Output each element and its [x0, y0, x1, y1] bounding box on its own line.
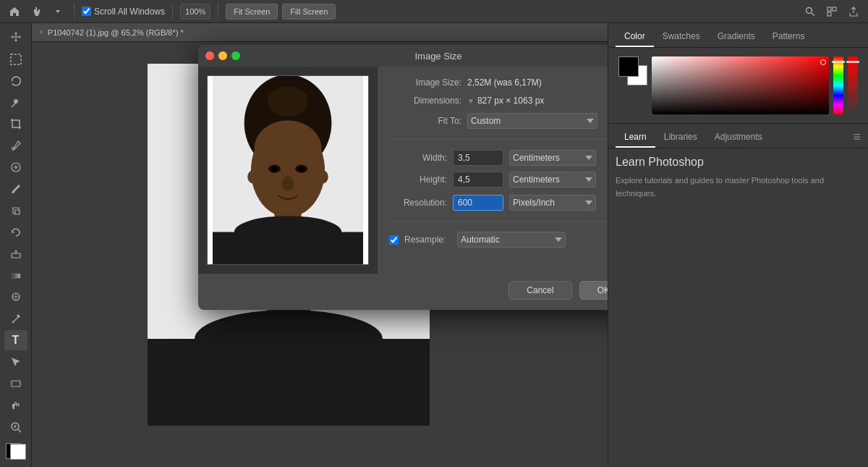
resolution-input[interactable] [453, 195, 503, 211]
svg-point-34 [268, 87, 308, 117]
learn-description: Explore tutorials and guides to master P… [616, 174, 861, 200]
share-icon[interactable] [845, 3, 862, 20]
foreground-color[interactable] [3, 440, 29, 463]
gradient-tool[interactable] [4, 266, 27, 286]
zoom-tool[interactable] [4, 417, 27, 437]
svg-point-43 [234, 216, 342, 248]
move-tool[interactable] [4, 28, 27, 48]
fg-bg-swatches[interactable] [618, 56, 647, 85]
canvas-tab: × P1040742 (1).jpg @ 65,2% (RGB/8*) * [32, 23, 608, 42]
clone-tool[interactable] [4, 201, 27, 221]
tool-options-chevron[interactable] [49, 3, 67, 20]
tab-patterns[interactable]: Patterns [764, 27, 814, 47]
svg-point-35 [255, 120, 322, 177]
hand-tool-icon[interactable] [27, 3, 45, 20]
search-icon[interactable] [801, 3, 819, 20]
magic-wand-tool[interactable] [4, 93, 27, 113]
fit-to-select[interactable]: CustomOriginal SizeA4 (300 ppi)Letter (3… [467, 113, 597, 129]
panel-menu-icon[interactable]: ≡ [853, 130, 861, 148]
width-label: Width: [389, 153, 447, 163]
type-tool[interactable]: T [4, 330, 27, 350]
height-unit-select[interactable]: Centimeters Pixels Inches [509, 172, 596, 188]
tab-color[interactable]: Color [616, 27, 654, 47]
fit-to-row: Fit To: CustomOriginal SizeA4 (300 ppi)L… [389, 113, 608, 129]
svg-point-40 [282, 176, 294, 190]
svg-rect-4 [827, 12, 831, 16]
main-toolbar: Scroll All Windows 100% Fit Screen Fill … [0, 0, 868, 23]
cancel-button[interactable]: Cancel [509, 281, 571, 300]
color-alpha-slider[interactable] [848, 56, 858, 114]
image-size-value: 2,52M (was 6,17M) [467, 77, 542, 88]
svg-point-45 [318, 170, 328, 184]
tab-learn[interactable]: Learn [616, 127, 655, 148]
divider-2 [389, 221, 608, 222]
hand-tool[interactable] [4, 395, 27, 416]
svg-point-44 [247, 170, 258, 184]
arrange-icon[interactable] [823, 3, 841, 20]
foreground-swatch[interactable] [618, 56, 639, 77]
scroll-all-windows-label: Scroll All Windows [94, 7, 165, 17]
eyedropper-tool[interactable] [4, 135, 27, 156]
tab-close-button[interactable]: × [39, 28, 43, 36]
resample-checkbox[interactable] [389, 235, 399, 245]
shape-tool[interactable] [4, 374, 27, 394]
preview-image [207, 75, 369, 265]
height-label: Height: [389, 174, 447, 185]
color-panel-tabs: Color Swatches Gradients Patterns [608, 23, 868, 48]
canvas-area: × P1040742 (1).jpg @ 65,2% (RGB/8*) * [32, 23, 608, 467]
width-height-group: Width: Centimeters Pixels Inches Height: [389, 150, 608, 188]
svg-point-8 [12, 191, 14, 193]
svg-rect-2 [827, 7, 831, 11]
brush-tool[interactable] [4, 179, 27, 199]
image-size-dialog: Image Size [198, 45, 608, 310]
resample-label[interactable]: Resample: [404, 235, 446, 245]
dimensions-row: Dimensions: ▼ 827 px × 1063 px [389, 96, 608, 106]
dialog-controls: Image Size: 2,52M (was 6,17M) ⚙ Dimensio… [378, 67, 608, 274]
color-hue-slider[interactable] [833, 56, 843, 114]
lasso-tool[interactable] [4, 71, 27, 91]
height-input[interactable] [453, 172, 503, 188]
svg-rect-9 [12, 253, 20, 258]
separator-1 [74, 4, 75, 19]
maximize-button-traffic[interactable] [231, 51, 240, 60]
right-panel: Color Swatches Gradients Patterns [608, 23, 868, 467]
path-select-tool[interactable] [4, 352, 27, 372]
tab-adjustments[interactable]: Adjustments [706, 127, 771, 148]
dimensions-chevron[interactable]: ▼ [467, 97, 475, 105]
width-unit-select[interactable]: Centimeters Pixels Inches [509, 150, 596, 166]
healing-tool[interactable] [4, 157, 27, 177]
minimize-button-traffic[interactable] [218, 51, 227, 60]
divider-1 [389, 139, 608, 140]
learn-panel-tabs: Learn Libraries Adjustments ≡ [608, 124, 868, 148]
color-picker [608, 48, 868, 124]
learn-panel-title: Learn Photoshop [616, 156, 861, 169]
dialog-body: Image Size: 2,52M (was 6,17M) ⚙ Dimensio… [198, 67, 608, 274]
svg-rect-10 [12, 274, 20, 278]
resample-select[interactable]: Automatic Preserve Details Bicubic Smoot… [457, 232, 566, 248]
fill-screen-button[interactable]: Fill Screen [282, 4, 336, 20]
width-input[interactable] [453, 150, 503, 166]
resolution-unit-select[interactable]: Pixels/Inch Pixels/Centimeter [509, 195, 596, 211]
marquee-tool[interactable] [4, 49, 27, 70]
close-button-traffic[interactable] [205, 51, 214, 60]
ok-button[interactable]: OK [579, 281, 608, 300]
history-tool[interactable] [4, 222, 27, 243]
svg-rect-3 [833, 7, 836, 11]
scroll-all-windows-checkbox[interactable]: Scroll All Windows [82, 7, 165, 17]
resolution-label: Resolution: [389, 198, 447, 208]
pen-tool[interactable] [4, 308, 27, 329]
svg-point-38 [272, 166, 277, 171]
tab-libraries[interactable]: Libraries [655, 127, 706, 148]
separator-2 [172, 4, 173, 19]
svg-line-1 [812, 13, 814, 16]
eraser-tool[interactable] [4, 244, 27, 264]
color-saturation-picker[interactable] [652, 56, 829, 114]
dodge-tool[interactable] [4, 287, 27, 308]
main-area: T [0, 23, 868, 467]
crop-tool[interactable] [4, 114, 27, 135]
home-icon[interactable] [6, 3, 23, 20]
tab-gradients[interactable]: Gradients [709, 27, 764, 47]
fit-screen-button[interactable]: Fit Screen [226, 4, 278, 20]
width-row: Width: Centimeters Pixels Inches [389, 150, 608, 166]
tab-swatches[interactable]: Swatches [654, 27, 709, 47]
